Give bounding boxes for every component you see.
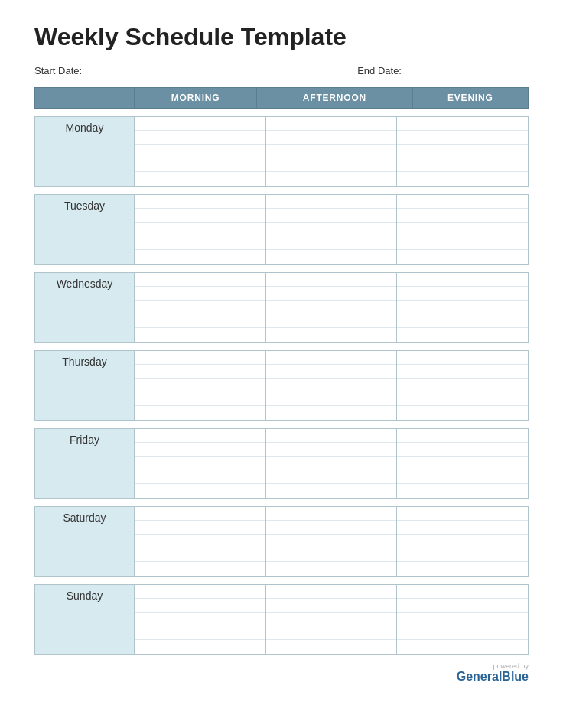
line <box>266 521 397 535</box>
day-label: Sunday <box>35 585 135 655</box>
start-date-label: Start Date: <box>34 65 82 76</box>
line <box>135 599 265 613</box>
line <box>397 535 528 548</box>
morning-col <box>135 429 266 498</box>
day-row: Sunday <box>35 585 529 655</box>
line <box>135 457 265 470</box>
line <box>135 392 265 406</box>
morning-col <box>135 273 266 342</box>
start-date-line <box>86 66 209 76</box>
brand-label: GeneralBlue <box>457 670 529 683</box>
line <box>266 484 397 498</box>
end-date-label: End Date: <box>357 65 402 76</box>
evening-col <box>397 507 528 576</box>
line <box>135 535 265 548</box>
line <box>266 406 397 420</box>
day-cols <box>135 351 528 420</box>
line <box>397 250 528 264</box>
line <box>135 250 265 264</box>
line <box>135 626 265 640</box>
line <box>397 273 528 287</box>
line <box>397 145 528 158</box>
day-block-sunday: Sunday <box>34 584 529 655</box>
evening-col <box>397 273 528 342</box>
line <box>397 301 528 314</box>
line <box>397 484 528 498</box>
line <box>266 562 397 576</box>
schedule-header: MORNING AFTERNOON EVENING <box>34 87 529 109</box>
line <box>266 443 397 457</box>
line <box>266 158 397 172</box>
line <box>397 195 528 209</box>
line <box>266 470 397 484</box>
line <box>397 209 528 223</box>
line <box>135 406 265 420</box>
line <box>135 223 265 236</box>
line <box>266 273 397 287</box>
afternoon-col <box>266 117 398 186</box>
day-label: Friday <box>35 429 135 499</box>
line <box>266 457 397 470</box>
line <box>266 585 397 599</box>
evening-col <box>397 117 528 186</box>
day-row: Thursday <box>35 351 529 421</box>
line <box>135 236 265 250</box>
line <box>266 365 397 379</box>
day-row: Friday <box>35 429 529 499</box>
line <box>266 328 397 342</box>
line <box>397 626 528 640</box>
line <box>266 117 397 131</box>
line <box>266 392 397 406</box>
afternoon-col <box>266 351 398 420</box>
day-content <box>135 585 529 655</box>
day-label: Wednesday <box>35 273 135 343</box>
line <box>266 287 397 301</box>
line <box>266 599 397 613</box>
line <box>135 301 265 314</box>
line <box>266 172 397 186</box>
line <box>135 328 265 342</box>
line <box>135 314 265 328</box>
line <box>266 640 397 654</box>
line <box>397 443 528 457</box>
footer: powered by GeneralBlue <box>34 662 529 684</box>
day-block-wednesday: Wednesday <box>34 272 529 343</box>
line <box>135 209 265 223</box>
line <box>135 365 265 379</box>
line <box>397 640 528 654</box>
day-content <box>135 429 529 499</box>
evening-col <box>397 195 528 264</box>
day-label: Saturday <box>35 507 135 577</box>
line <box>266 379 397 392</box>
line <box>135 484 265 498</box>
line <box>266 131 397 145</box>
morning-col <box>135 351 266 420</box>
header-afternoon: AFTERNOON <box>257 88 412 109</box>
afternoon-col <box>266 429 398 498</box>
line <box>397 314 528 328</box>
line <box>135 470 265 484</box>
day-content <box>135 117 529 187</box>
day-block-friday: Friday <box>34 428 529 499</box>
line <box>135 158 265 172</box>
line <box>266 209 397 223</box>
day-block-thursday: Thursday <box>34 350 529 421</box>
line <box>266 613 397 626</box>
line <box>397 392 528 406</box>
line <box>397 613 528 626</box>
day-cols <box>135 585 528 654</box>
line <box>397 117 528 131</box>
date-row: Start Date: End Date: <box>34 65 529 76</box>
line <box>397 429 528 443</box>
day-row: Monday <box>35 117 529 187</box>
line <box>397 548 528 562</box>
line <box>135 172 265 186</box>
afternoon-col <box>266 507 398 576</box>
line <box>135 287 265 301</box>
line <box>135 145 265 158</box>
line <box>266 429 397 443</box>
line <box>397 328 528 342</box>
line <box>266 195 397 209</box>
line <box>266 626 397 640</box>
line <box>266 223 397 236</box>
